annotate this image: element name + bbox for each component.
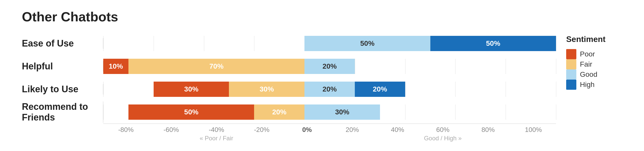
x-sublabels: « Poor / Fair Good / High » <box>103 135 556 142</box>
gridline <box>455 82 456 97</box>
gridline <box>506 59 506 74</box>
x-tick-7: 60% <box>420 126 465 134</box>
gridline <box>405 59 405 74</box>
row-label-0: Ease of Use <box>22 38 103 49</box>
gridline <box>405 104 405 120</box>
bar-segment-high-2: 20% <box>355 82 405 97</box>
x-tick-9: 100% <box>511 126 556 134</box>
bar-segment-fair-3: 20% <box>254 104 304 120</box>
legend-item-poor: Poor <box>566 49 622 59</box>
x-tick-2: -40% <box>194 126 239 134</box>
bar-row-3: Recommend to Friends20%50%30% <box>22 101 556 124</box>
bar-area-0: 50%50% <box>103 36 556 51</box>
chart-body: Ease of Use50%50%Helpful70%10%20%Likely … <box>22 32 622 142</box>
legend-title: Sentiment <box>566 35 622 44</box>
legend-item-high: High <box>566 80 622 90</box>
row-label-3: Recommend to Friends <box>22 101 103 123</box>
bar-segment-fair-2: 30% <box>229 82 304 97</box>
gridline <box>103 104 104 120</box>
legend-item-good: Good <box>566 69 622 80</box>
legend: Sentiment PoorFairGoodHigh <box>566 32 622 90</box>
bar-area-2: 30%30%20%20% <box>103 82 556 97</box>
chart-container: Other Chatbots Ease of Use50%50%Helpful7… <box>17 2 627 149</box>
legend-label-high: High <box>580 81 595 89</box>
x-tick-1: -60% <box>149 126 194 134</box>
bar-segment-poor-3: 50% <box>128 104 254 120</box>
gridline <box>455 104 456 120</box>
bar-segment-good-0: 50% <box>304 36 430 51</box>
legend-label-poor: Poor <box>580 50 595 58</box>
rows-wrapper: Ease of Use50%50%Helpful70%10%20%Likely … <box>22 32 556 124</box>
gridline <box>556 59 556 74</box>
x-tick-6: 40% <box>375 126 420 134</box>
bar-segment-good-3: 30% <box>304 104 380 120</box>
x-tick-5: 20% <box>330 126 375 134</box>
bar-row-1: Helpful70%10%20% <box>22 55 556 78</box>
gridline <box>405 82 405 97</box>
legend-item-fair: Fair <box>566 59 622 69</box>
legend-swatch-poor <box>566 49 576 59</box>
gridline <box>103 82 104 97</box>
bar-segment-high-0: 50% <box>430 36 556 51</box>
gridline <box>455 59 456 74</box>
gridline <box>556 36 556 51</box>
chart-area: Ease of Use50%50%Helpful70%10%20%Likely … <box>22 32 556 142</box>
bar-segment-fair-1: 70% <box>128 59 304 74</box>
gridline <box>556 82 556 97</box>
legend-items: PoorFairGoodHigh <box>566 49 622 90</box>
x-tick-4: 0% <box>284 126 330 134</box>
row-label-2: Likely to Use <box>22 84 103 95</box>
gridline <box>254 36 254 51</box>
gridline <box>355 59 355 74</box>
gridline <box>506 104 506 120</box>
sublabel-right: Good / High » <box>330 135 556 142</box>
bar-segment-poor-2: 30% <box>154 82 229 97</box>
gridline <box>506 82 506 97</box>
gridline <box>204 36 204 51</box>
legend-label-good: Good <box>580 70 597 79</box>
bar-row-0: Ease of Use50%50% <box>22 32 556 55</box>
bar-segment-good-2: 20% <box>304 82 355 97</box>
bar-row-2: Likely to Use30%30%20%20% <box>22 78 556 101</box>
legend-swatch-fair <box>566 59 576 69</box>
bar-area-3: 20%50%30% <box>103 104 556 120</box>
sublabel-left: « Poor / Fair <box>103 135 330 142</box>
x-tick-8: 80% <box>465 126 511 134</box>
legend-swatch-high <box>566 80 576 90</box>
row-label-1: Helpful <box>22 61 103 72</box>
x-tick-3: -20% <box>239 126 284 134</box>
gridline <box>556 104 556 120</box>
gridline <box>103 36 104 51</box>
legend-label-fair: Fair <box>580 60 592 68</box>
chart-title: Other Chatbots <box>22 9 622 24</box>
legend-swatch-good <box>566 69 576 80</box>
x-axis: -80%-60%-40%-20%0%20%40%60%80%100% <box>103 124 556 134</box>
bar-segment-good-1: 20% <box>304 59 355 74</box>
bar-area-1: 70%10%20% <box>103 59 556 74</box>
gridline <box>154 36 154 51</box>
bar-segment-poor-1: 10% <box>103 59 128 74</box>
x-tick-0: -80% <box>103 126 149 134</box>
